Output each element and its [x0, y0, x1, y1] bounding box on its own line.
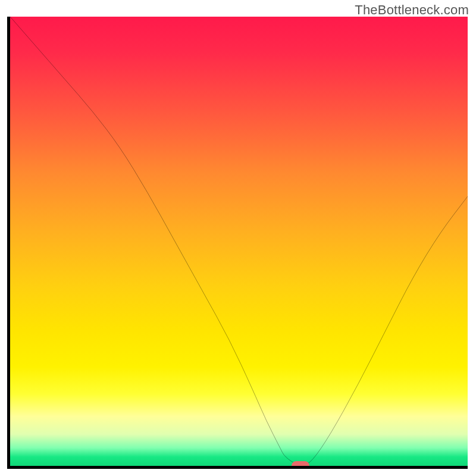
plot-area — [7, 17, 468, 469]
bottleneck-curve — [10, 17, 468, 466]
optimal-marker — [292, 461, 309, 469]
watermark-text: TheBottleneck.com — [355, 2, 469, 18]
chart-frame: TheBottleneck.com — [0, 0, 476, 476]
